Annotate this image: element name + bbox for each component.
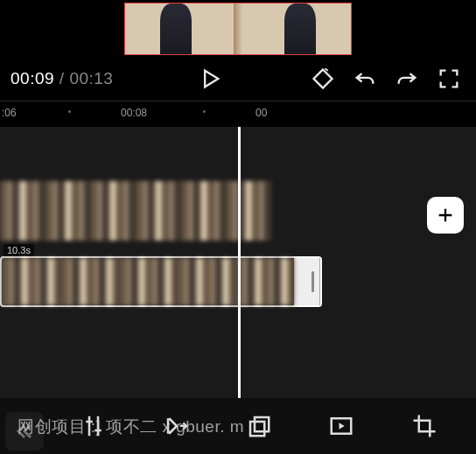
- fullscreen-button[interactable]: [432, 62, 466, 95]
- clip-thumbnail: [136, 181, 181, 241]
- split-icon: [80, 413, 107, 439]
- redo-icon: [395, 66, 419, 91]
- playhead[interactable]: [238, 127, 241, 398]
- svg-rect-1: [255, 417, 269, 431]
- time-separator: /: [54, 69, 69, 87]
- clip-thumbnail: [2, 258, 60, 305]
- keyframe-icon: [311, 66, 335, 91]
- ruler-tick: 00:08: [121, 107, 147, 119]
- play-button[interactable]: [193, 62, 227, 95]
- ruler-dot: [203, 110, 206, 113]
- layers-tool[interactable]: [240, 407, 278, 445]
- speed-tool[interactable]: [158, 407, 196, 445]
- fullscreen-icon: [437, 66, 461, 91]
- bottom-toolbar: [0, 398, 476, 454]
- add-clip-button[interactable]: [427, 197, 464, 234]
- pip-tool[interactable]: [322, 407, 360, 445]
- time-display: 00:09 / 00:13: [10, 69, 113, 88]
- clip-thumbnail: [46, 181, 91, 241]
- speed-icon: [164, 413, 190, 439]
- crop-tool[interactable]: [405, 407, 444, 445]
- clip-duration-label: 10.3s: [4, 244, 34, 256]
- ruler-dot: [68, 110, 71, 113]
- preview-frame: [124, 3, 352, 55]
- play-icon: [198, 66, 222, 91]
- clip-thumbnail: [119, 258, 178, 305]
- clip-thumbnail: [177, 258, 235, 305]
- ruler-tick: :06: [2, 107, 17, 119]
- timeline[interactable]: 10.3s: [0, 127, 476, 398]
- split-tool[interactable]: [74, 407, 113, 445]
- trim-handle-right[interactable]: [308, 267, 317, 297]
- video-track-2-selected[interactable]: 10.3s: [0, 256, 322, 307]
- keyframe-button[interactable]: [306, 62, 340, 95]
- time-total: 00:13: [69, 69, 113, 87]
- clip-thumbnail: [90, 181, 136, 241]
- clip-thumbnail: [60, 258, 119, 305]
- video-preview: [0, 0, 476, 57]
- transport-bar: 00:09 / 00:13: [0, 57, 476, 101]
- clip-thumbnail: [181, 181, 227, 241]
- clip-thumbnail: [0, 181, 46, 241]
- timeline-ruler[interactable]: :06 00:08 00: [0, 101, 476, 127]
- plus-icon: [436, 206, 455, 225]
- layers-icon: [246, 413, 272, 439]
- pip-icon: [328, 413, 354, 439]
- crop-icon: [411, 413, 438, 439]
- undo-icon: [353, 66, 377, 91]
- clip-thumbnail: [235, 258, 294, 305]
- clip-thumbnail: [226, 181, 271, 241]
- redo-button[interactable]: [390, 62, 424, 95]
- svg-rect-0: [250, 422, 264, 436]
- time-current: 00:09: [10, 69, 54, 87]
- undo-button[interactable]: [348, 62, 382, 95]
- ruler-tick: 00: [256, 107, 267, 119]
- video-track-1[interactable]: [0, 181, 271, 241]
